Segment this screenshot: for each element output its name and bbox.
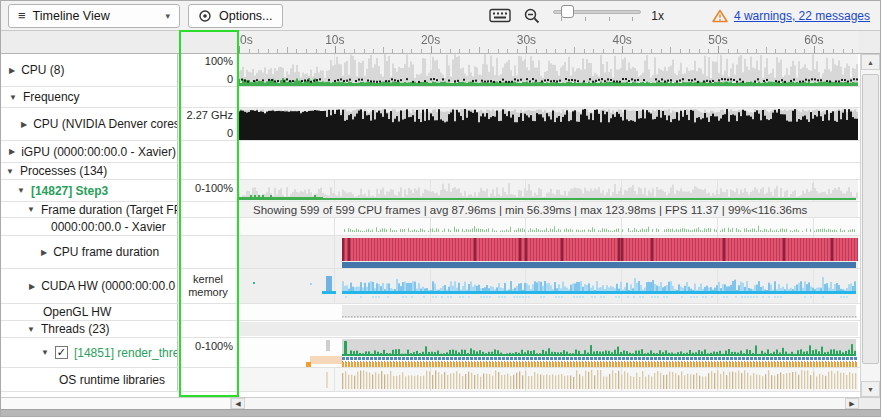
row-chart-frequency[interactable] [238, 87, 858, 107]
expand-arrow-icon[interactable]: ▼ [17, 186, 25, 195]
chart-canvas-cpu8[interactable] [238, 54, 858, 86]
timeline-row-threads[interactable]: ▼Threads (23) [1, 321, 880, 338]
chart-canvas-step3[interactable] [238, 180, 858, 201]
zoom-out-icon[interactable] [523, 7, 541, 25]
bottom-scrollbar-strip[interactable] [1, 409, 880, 417]
timeline-row-igpu[interactable]: ▶iGPU (0000:00:00.0 - Xavier) [1, 141, 880, 163]
row-name-cell-step3[interactable]: ▼[14827] Step3 [1, 180, 178, 201]
timeline-row-step3[interactable]: ▼[14827] Step30-100% [1, 180, 880, 202]
row-label: Threads (23) [41, 322, 110, 336]
row-name-cell-xavier[interactable]: 0000:00:00.0 - Xavier [1, 218, 178, 235]
row-checkbox[interactable]: ✓ [55, 346, 68, 359]
row-chart-step3[interactable] [238, 180, 858, 201]
row-scale-cell-cudahw: kernelmemory [178, 269, 238, 303]
zoom-slider[interactable] [553, 10, 641, 21]
row-scale-cell-render14851: 0-100% [178, 338, 238, 367]
chart-canvas-threads[interactable] [238, 321, 858, 337]
row-label: [14827] Step3 [31, 184, 108, 198]
row-scale-cell-openglhw [178, 304, 238, 320]
timeline-hscrollbar[interactable]: ◀ ▶ [1, 397, 880, 409]
chart-canvas-cudahw[interactable] [238, 269, 858, 303]
timeline-row-frequency[interactable]: ▼Frequency [1, 87, 880, 108]
row-scale-cell-frequency [178, 87, 238, 107]
view-selector-dropdown[interactable]: ≡ Timeline View ▾ [8, 4, 180, 28]
timeline-header [1, 31, 880, 54]
hscroll-track[interactable] [245, 398, 845, 409]
row-chart-denver[interactable] [238, 108, 858, 140]
row-chart-framedur[interactable]: Showing 599 of 599 CPU frames | avg 87.9… [238, 202, 858, 217]
row-name-cell-denver[interactable]: ▶CPU (NVIDIA Denver cores) [1, 108, 178, 140]
scroll-up-button[interactable]: ▲ [861, 54, 880, 70]
chart-canvas-osruntime[interactable] [238, 368, 858, 391]
expand-arrow-icon[interactable]: ▼ [6, 167, 14, 176]
row-scale-cell-cpu8: 100%0 [178, 54, 238, 86]
scroll-right-button[interactable]: ▶ [845, 398, 859, 409]
row-chart-render14851[interactable] [238, 338, 858, 367]
expand-arrow-icon[interactable]: ▶ [29, 282, 35, 291]
row-name-cell-processes[interactable]: ▼Processes (134) [1, 163, 178, 179]
time-ruler[interactable] [239, 31, 859, 54]
timeline-rows: ▶CPU (8)100%0▼Frequency▶CPU (NVIDIA Denv… [1, 54, 880, 392]
expand-arrow-icon[interactable]: ▶ [21, 120, 27, 129]
row-chart-threads[interactable] [238, 321, 858, 337]
expand-arrow-icon[interactable]: ▼ [41, 348, 49, 357]
row-label: CPU frame duration [53, 245, 159, 259]
row-name-cell-framedur[interactable]: ▼Frame duration (Target FP [1, 202, 178, 217]
vscroll-track[interactable] [861, 70, 880, 381]
row-name-cell-cudahw[interactable]: ▶CUDA HW (0000:00:00.0 - [1, 269, 178, 303]
row-chart-cpuframe[interactable] [238, 236, 858, 268]
row-name-cell-osruntime[interactable]: OS runtime libraries [1, 368, 178, 391]
timeline-row-cpuframe[interactable]: ▶CPU frame duration [1, 236, 880, 269]
options-eye-icon [198, 9, 212, 23]
timeline-row-openglhw[interactable]: OpenGL HW [1, 304, 880, 321]
row-name-cell-cpuframe[interactable]: ▶CPU frame duration [1, 236, 178, 268]
keyboard-shortcuts-icon[interactable] [489, 8, 511, 23]
expand-arrow-icon[interactable]: ▼ [27, 205, 35, 214]
expand-arrow-icon[interactable]: ▼ [9, 93, 17, 102]
chart-canvas-cpuframe[interactable] [238, 236, 858, 268]
expand-arrow-icon[interactable]: ▼ [27, 325, 35, 334]
expand-arrow-icon[interactable]: ▶ [9, 66, 15, 75]
expand-arrow-icon[interactable]: ▶ [9, 147, 15, 156]
row-name-cell-cpu8[interactable]: ▶CPU (8) [1, 54, 178, 86]
scale-max-label: 100% [205, 55, 233, 67]
row-chart-igpu[interactable] [238, 141, 858, 162]
scroll-left-button[interactable]: ◀ [231, 398, 245, 409]
row-name-cell-openglhw[interactable]: OpenGL HW [1, 304, 178, 320]
row-name-cell-threads[interactable]: ▼Threads (23) [1, 321, 178, 337]
vscroll-thumb[interactable] [862, 74, 879, 364]
row-name-cell-igpu[interactable]: ▶iGPU (0000:00:00.0 - Xavier) [1, 141, 178, 162]
row-chart-cudahw[interactable] [238, 269, 858, 303]
row-chart-xavier[interactable] [238, 218, 858, 235]
options-button[interactable]: Options... [188, 4, 283, 28]
row-name-cell-frequency[interactable]: ▼Frequency [1, 87, 178, 107]
scroll-down-button[interactable]: ▼ [861, 381, 880, 397]
row-chart-osruntime[interactable] [238, 368, 858, 391]
timeline-row-framedur[interactable]: ▼Frame duration (Target FPShowing 599 of… [1, 202, 880, 218]
row-chart-openglhw[interactable] [238, 304, 858, 320]
row-name-cell-render14851[interactable]: ▼✓[14851] render_thre▾ [1, 338, 178, 367]
row-scale-cell-osruntime [178, 368, 238, 391]
timeline-row-render14851[interactable]: ▼✓[14851] render_thre▾0-100% [1, 338, 880, 368]
chart-canvas-denver[interactable] [238, 108, 858, 140]
row-scale-cell-step3: 0-100% [178, 180, 238, 201]
timeline-row-xavier[interactable]: 0000:00:00.0 - Xavier [1, 218, 880, 236]
chart-canvas-openglhw[interactable] [238, 304, 858, 320]
row-chart-cpu8[interactable] [238, 54, 858, 86]
warning-triangle-icon [712, 9, 728, 23]
warnings-messages-link[interactable]: 4 warnings, 22 messages [734, 9, 870, 23]
timeline-row-processes[interactable]: ▼Processes (134) [1, 163, 880, 180]
timeline-row-osruntime[interactable]: OS runtime libraries [1, 368, 880, 392]
row-scale-cell-threads [178, 321, 238, 337]
row-label: CPU (NVIDIA Denver cores) [33, 117, 178, 131]
chart-canvas-render14851[interactable] [238, 338, 858, 367]
nsight-timeline-window: ≡ Timeline View ▾ Options... 1x [0, 0, 881, 417]
timeline-row-cpu8[interactable]: ▶CPU (8)100%0 [1, 54, 880, 87]
vscrollbar[interactable]: ▲▼ [860, 54, 880, 397]
expand-arrow-icon[interactable]: ▶ [41, 248, 47, 257]
timeline-row-cudahw[interactable]: ▶CUDA HW (0000:00:00.0 -kernelmemory [1, 269, 880, 304]
row-chart-processes[interactable] [238, 163, 858, 179]
zoom-slider-handle[interactable] [561, 5, 574, 18]
chart-canvas-xavier[interactable] [238, 218, 858, 235]
timeline-row-denver[interactable]: ▶CPU (NVIDIA Denver cores)2.27 GHz0 [1, 108, 880, 141]
